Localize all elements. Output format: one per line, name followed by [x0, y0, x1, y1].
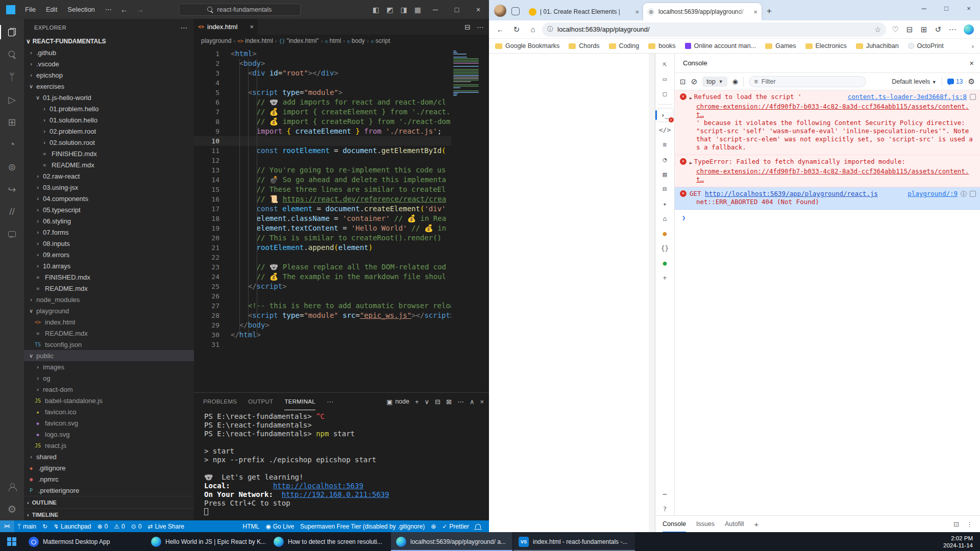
line-number[interactable]: 27 — [194, 301, 219, 311]
minimize-button[interactable]: ─ — [913, 0, 935, 16]
code-line-1[interactable]: 1<html> — [194, 49, 451, 59]
split-screen-icon[interactable]: ⊟ — [902, 22, 917, 37]
breadcrumb-item-indexhtml[interactable]: <>index.html — [237, 37, 273, 44]
home-icon[interactable]: ⌂ — [657, 212, 673, 225]
menu-item-edit[interactable]: Edit — [41, 4, 62, 15]
bookmark-juhachiban[interactable]: Juhachiban — [856, 42, 899, 49]
site-info-icon[interactable]: ⓘ — [547, 25, 553, 34]
code-line-30[interactable]: 30</html> — [194, 330, 451, 340]
close-button[interactable]: × — [958, 0, 980, 16]
tree-item-03-using-jsx[interactable]: ›03.using-jsx — [24, 182, 194, 193]
menu-item-more[interactable]: ⋯ — [101, 4, 116, 15]
tree-item-images[interactable]: ›images — [24, 361, 194, 372]
editor-more-icon[interactable]: ⋯ — [477, 23, 484, 31]
terminal-link[interactable]: http://192.168.0.211:5639 — [282, 490, 389, 498]
code-line-19[interactable]: 19 element.textContent = 'Hello World' /… — [194, 223, 451, 233]
tree-item-favicon-ico[interactable]: ★favicon.ico — [24, 406, 194, 417]
expand-triangle-icon[interactable]: ▶ — [690, 94, 692, 103]
line-number[interactable]: 29 — [194, 320, 219, 330]
notifications-bell[interactable] — [472, 520, 484, 532]
tab-close-icon[interactable]: × — [635, 8, 639, 16]
code-line-6[interactable]: 6 // 🐨 add imports for react and react-d… — [194, 97, 451, 107]
section-timeline[interactable]: ›TIMELINE — [24, 508, 194, 520]
toggle-panel-icon[interactable]: ◩ — [383, 6, 397, 14]
command-center-search[interactable]: react-fundamentals — [179, 4, 301, 16]
refresh-icon[interactable]: ↻ — [509, 22, 524, 37]
tree-item--npmrc[interactable]: ●.npmrc — [24, 473, 194, 485]
toggle-secondary-sidebar-icon[interactable]: ◨ — [397, 6, 411, 14]
code-line-22[interactable]: 22 — [194, 253, 451, 262]
collections-icon[interactable]: ⊞ — [917, 22, 931, 37]
live-expression-eye-icon[interactable]: ◉ — [732, 78, 738, 85]
browser-essentials-icon[interactable]: ♡ — [888, 22, 902, 37]
prettier-status[interactable]: ✓Prettier — [439, 520, 472, 532]
tree-item-react-js[interactable]: JSreact.js — [24, 440, 194, 451]
rail-help-icon[interactable]: ? — [657, 503, 673, 515]
explorer-more-icon[interactable]: ⋯ — [181, 23, 188, 32]
bookmark-chords[interactable]: Chords — [569, 42, 599, 49]
code-line-11[interactable]: 11 const rootElement = document.getEleme… — [194, 146, 451, 156]
bookmark-online-account-man-[interactable]: Online account man... — [685, 42, 756, 49]
extensions-icon[interactable]: ⊞ — [0, 111, 24, 133]
more-menu-icon[interactable]: ⋯ — [945, 22, 960, 37]
line-number[interactable]: 3 — [194, 68, 219, 78]
performance-icon[interactable]: ◔ — [657, 153, 673, 166]
panel-tab-output[interactable]: OUTPUT — [248, 393, 273, 410]
bookmark-coding[interactable]: Coding — [609, 42, 640, 49]
tree-item-05-typescript[interactable]: ›05.typescript — [24, 204, 194, 215]
minimize-button[interactable]: ─ — [425, 0, 446, 19]
taskbar-button-2[interactable]: Hello World in JS | Epic React by K... — [146, 532, 267, 551]
line-number[interactable]: 18 — [194, 214, 219, 223]
bookmark-octoprint[interactable]: OctoPrint — [908, 42, 944, 49]
quickview-tab-console[interactable]: Console — [663, 516, 686, 533]
tree-item-04-components[interactable]: ›04.components — [24, 193, 194, 204]
browser-tab-1[interactable]: | 01. Create React Elements |× — [525, 3, 643, 20]
cookies-icon[interactable]: ● — [657, 227, 673, 240]
live-share[interactable]: ⇄Live Share — [144, 520, 187, 532]
split-terminal-icon[interactable]: ⊟ — [435, 398, 440, 406]
nav-back-icon[interactable]: ← — [120, 5, 128, 14]
code-line-25[interactable]: 25 </script> — [194, 282, 451, 291]
source-control-icon[interactable]: ᛘ — [0, 66, 24, 88]
code-line-26[interactable]: 26 — [194, 291, 451, 301]
app-window-icon[interactable]: ▢ — [657, 87, 673, 100]
line-number[interactable]: 17 — [194, 204, 219, 214]
info-icon[interactable]: i — [961, 191, 967, 197]
profile-avatar[interactable] — [494, 5, 506, 17]
console-settings-gear-icon[interactable]: ⚙ — [968, 77, 975, 86]
tree-item-exercises[interactable]: ∨exercises — [24, 81, 194, 92]
line-number[interactable]: 20 — [194, 233, 219, 243]
tree-item-react-dom[interactable]: ›react-dom — [24, 384, 194, 395]
tree-item--github[interactable]: ›.github — [24, 47, 194, 58]
code-line-20[interactable]: 20 // This is similar to createRoot().re… — [194, 233, 451, 243]
code-line-17[interactable]: 17 const element = document.createElemen… — [194, 204, 451, 214]
launchpad[interactable]: ↯Launchpad — [51, 520, 94, 532]
problems-errors[interactable]: ⊗0 — [94, 520, 111, 532]
quickview-tab-autofill[interactable]: Autofill — [725, 516, 744, 533]
tab-close-icon[interactable]: × — [250, 23, 254, 31]
code-line-18[interactable]: 18 element.className = 'container' // 💰 … — [194, 214, 451, 223]
kill-terminal-icon[interactable]: ⊠ — [446, 398, 452, 406]
quickview-add-icon[interactable]: + — [754, 520, 759, 529]
tree-item-shared[interactable]: ›shared — [24, 451, 194, 462]
history-icon[interactable]: ↺ — [931, 22, 945, 37]
log-levels-dropdown[interactable]: Default levels ▼ — [892, 78, 936, 85]
git-branch[interactable]: ᛘmain — [14, 520, 39, 532]
css-overview-icon[interactable]: {} — [657, 242, 673, 255]
tree-item-index-html[interactable]: <>index.html — [24, 316, 194, 328]
gitlens-icon[interactable]: ◔ — [0, 133, 24, 156]
remote-indicator[interactable]: >< — [0, 520, 14, 532]
inspect-icon[interactable]: ⇱ — [657, 58, 673, 70]
close-button[interactable]: × — [468, 0, 489, 19]
line-number[interactable]: 24 — [194, 272, 219, 282]
page-scrollbar[interactable] — [649, 54, 655, 532]
recorder-icon[interactable]: ● — [657, 257, 673, 269]
tree-item-readme-mdx[interactable]: ≡README.mdx — [24, 328, 194, 339]
line-number[interactable]: 11 — [194, 146, 219, 156]
maximize-button[interactable]: □ — [446, 0, 468, 19]
git-sync[interactable]: ↻ — [39, 520, 51, 532]
live-share-icon[interactable]: ↪ — [0, 178, 24, 201]
line-number[interactable]: 4 — [194, 78, 219, 88]
back-icon[interactable]: ← — [493, 22, 507, 37]
copilot-icon[interactable] — [964, 24, 974, 35]
